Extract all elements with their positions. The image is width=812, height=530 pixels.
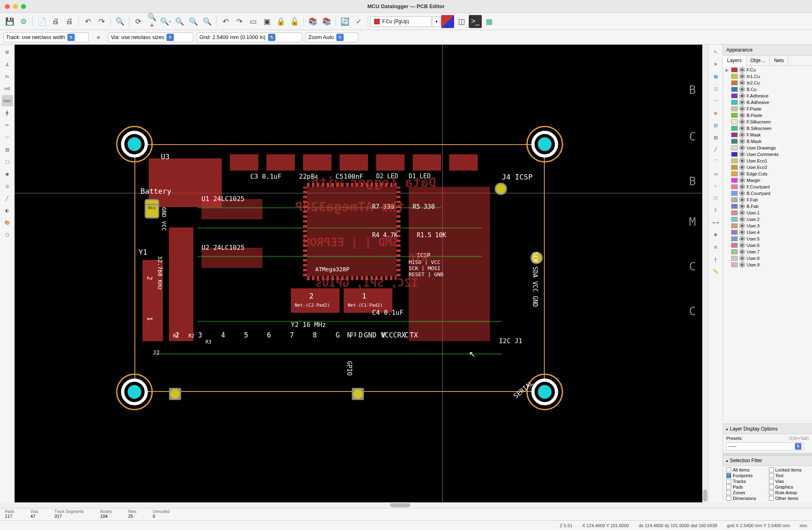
layer-row-user-5[interactable]: User.5 [725, 236, 810, 242]
eye-icon[interactable] [739, 87, 745, 92]
checkbox[interactable] [769, 467, 774, 472]
units-in-button[interactable]: in [2, 71, 13, 82]
draw-arc-button[interactable]: ⌒ [710, 156, 721, 167]
active-layer-selector[interactable]: F.Cu (PgUp) [370, 16, 431, 27]
footprint-browser-button[interactable]: 📚 [320, 15, 333, 28]
checkbox[interactable] [726, 479, 731, 484]
filter-zones[interactable]: Zones [726, 490, 767, 495]
filter-rule-areas[interactable]: Rule Areas [769, 490, 809, 495]
track-width-dropdown[interactable]: Track: use netclass width ⇅ [3, 32, 89, 42]
grid-origin-button[interactable]: ┼ [710, 253, 721, 265]
contrast-mode-button[interactable]: ◐ [2, 205, 13, 216]
add-dimension-button[interactable]: ⟷ [710, 217, 721, 228]
highlight-net-button[interactable]: ✕ [710, 58, 721, 70]
checkbox[interactable] [726, 485, 731, 489]
filter-tracks[interactable]: Tracks [726, 479, 767, 484]
drc-button[interactable]: ✓ [352, 15, 365, 28]
eye-icon[interactable] [739, 100, 745, 105]
layer-row-user-4[interactable]: User.4 [725, 229, 810, 236]
layers-manager-button[interactable]: ⬡ [2, 229, 13, 240]
track-auto-button[interactable]: ≡ [92, 31, 105, 44]
layer-row-b-mask[interactable]: B.Mask [725, 138, 810, 145]
layer-color-swatch[interactable] [731, 119, 738, 124]
via-display-button[interactable]: ◎ [2, 180, 13, 192]
net-color-button[interactable]: 🎨 [2, 217, 13, 228]
eye-icon[interactable] [739, 190, 745, 196]
layer-row-user-comments[interactable]: User.Comments [725, 151, 810, 158]
layer-row-user-eco1[interactable]: User.Eco1 [725, 158, 810, 164]
eye-icon[interactable] [739, 171, 745, 177]
select-tool-button[interactable]: ↖ [710, 46, 721, 58]
eye-icon[interactable] [739, 164, 745, 170]
layer-row-f-cu[interactable]: ▶F.Cu [725, 67, 810, 73]
checkbox[interactable] [769, 496, 774, 501]
pcb-canvas[interactable]: Battery U3 U4 U1 24LC1025 U2 24LC1025 Y1… [15, 45, 708, 502]
presets-dropdown[interactable]: ----- ⇅ [726, 442, 803, 450]
local-ratsnest-button[interactable]: ▦ [710, 71, 721, 82]
eye-icon[interactable] [739, 249, 745, 255]
maximize-window-button[interactable] [21, 4, 26, 9]
ratsnest-button[interactable]: ✂ [2, 119, 13, 131]
layer-color-swatch[interactable] [731, 126, 738, 131]
checkbox[interactable] [769, 490, 774, 495]
polar-coord-button[interactable]: ∡ [2, 58, 13, 70]
layer-row-b-paste[interactable]: B.Paste [725, 112, 810, 119]
layer-color-swatch[interactable] [731, 178, 738, 183]
eye-icon[interactable] [739, 151, 745, 157]
checkbox[interactable] [726, 473, 731, 478]
layer-color-swatch[interactable] [731, 139, 738, 144]
eye-icon[interactable] [739, 74, 745, 79]
layer-row-f-fab[interactable]: F.Fab [725, 197, 810, 203]
scrollbar-thumb[interactable] [390, 503, 410, 507]
layer-color-swatch[interactable] [731, 204, 738, 209]
layer-row-user-3[interactable]: User.3 [725, 223, 810, 229]
layer-row-f-paste[interactable]: F.Paste [725, 106, 810, 112]
layer-color-swatch[interactable] [731, 217, 738, 222]
checkbox[interactable] [769, 479, 774, 484]
layer-row-f-silkscreen[interactable]: F.Silkscreen [725, 119, 810, 125]
eye-icon[interactable] [739, 93, 745, 99]
layers-list[interactable]: ▶F.CuIn1.CuIn2.CuB.CuF.AdhesiveB.Adhesiv… [723, 66, 812, 424]
filter-text[interactable]: Text [769, 473, 809, 478]
layer-row-user-9[interactable]: User.9 [725, 262, 810, 268]
layer-color-swatch[interactable] [731, 100, 738, 105]
filter-other-items[interactable]: Other items [769, 496, 809, 501]
layer-color-swatch[interactable] [731, 236, 738, 241]
vertical-scrollbar[interactable] [702, 45, 708, 502]
zoom-out-button[interactable]: 🔍- [159, 15, 172, 28]
layer-color-swatch[interactable] [731, 145, 738, 150]
filter-vias[interactable]: Vias [769, 479, 809, 484]
layer-row-b-silkscreen[interactable]: B.Silkscreen [725, 125, 810, 132]
eye-icon[interactable] [739, 242, 745, 248]
minimize-window-button[interactable] [13, 4, 18, 9]
plot-button[interactable]: 🖨 [63, 15, 76, 28]
eye-icon[interactable] [739, 184, 745, 190]
eye-icon[interactable] [739, 255, 745, 261]
eye-icon[interactable] [739, 125, 745, 131]
layer-color-swatch[interactable] [731, 262, 738, 267]
rotate-ccw-button[interactable]: ↶ [219, 15, 232, 28]
scrollbar-thumb[interactable] [703, 489, 707, 502]
layer-color-swatch[interactable] [731, 249, 738, 254]
eye-icon[interactable] [739, 80, 745, 86]
eye-icon[interactable] [739, 138, 745, 144]
rotate-cw-button[interactable]: ↷ [233, 15, 246, 28]
filter-dimensions[interactable]: Dimensions [726, 496, 767, 501]
layer-color-swatch[interactable] [731, 230, 738, 235]
checkbox[interactable] [726, 496, 731, 501]
layer-color-swatch[interactable] [731, 165, 738, 170]
save-button[interactable]: 💾 [3, 15, 16, 28]
find-button[interactable]: 🔍 [113, 15, 126, 28]
layer-row-b-adhesive[interactable]: B.Adhesive [725, 99, 810, 106]
layer-row-in1-cu[interactable]: In1.Cu [725, 73, 810, 80]
eye-icon[interactable] [739, 112, 745, 118]
layer-dropdown-button[interactable]: ▾ [432, 16, 440, 27]
draw-rectangle-button[interactable]: ▭ [710, 168, 721, 180]
board-setup-button[interactable]: ⚙ [17, 15, 30, 28]
layer-color-swatch[interactable] [731, 132, 738, 137]
refresh-button[interactable]: ⟳ [132, 15, 145, 28]
zoom-dropdown[interactable]: Zoom Auto ⇅ [305, 32, 358, 42]
checkbox[interactable] [726, 467, 731, 472]
eye-icon[interactable] [739, 229, 745, 235]
layer-color-swatch[interactable] [731, 191, 738, 196]
